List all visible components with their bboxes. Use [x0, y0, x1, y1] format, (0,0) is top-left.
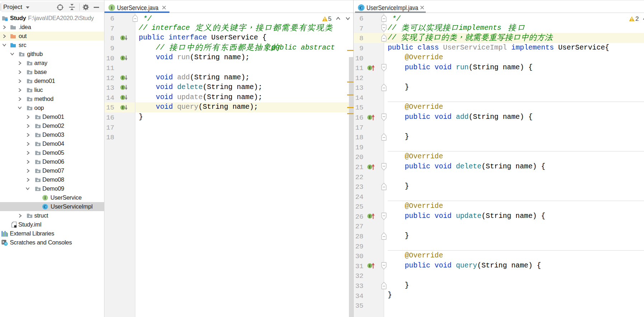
svg-text:I: I [122, 95, 123, 99]
svg-text:I: I [122, 56, 123, 60]
svg-text:I: I [369, 66, 370, 70]
svg-text:C: C [359, 5, 363, 10]
svg-text:I: I [369, 264, 370, 268]
svg-text:I: I [369, 214, 370, 218]
svg-text:I: I [122, 36, 123, 40]
svg-text:C: C [43, 205, 46, 209]
svg-text:I: I [122, 86, 123, 90]
svg-text:I: I [122, 106, 123, 109]
svg-text:I: I [369, 165, 370, 169]
svg-text:I: I [111, 5, 113, 10]
svg-text:I: I [122, 76, 123, 80]
svg-text:I: I [44, 196, 46, 200]
svg-text:I: I [369, 115, 370, 119]
